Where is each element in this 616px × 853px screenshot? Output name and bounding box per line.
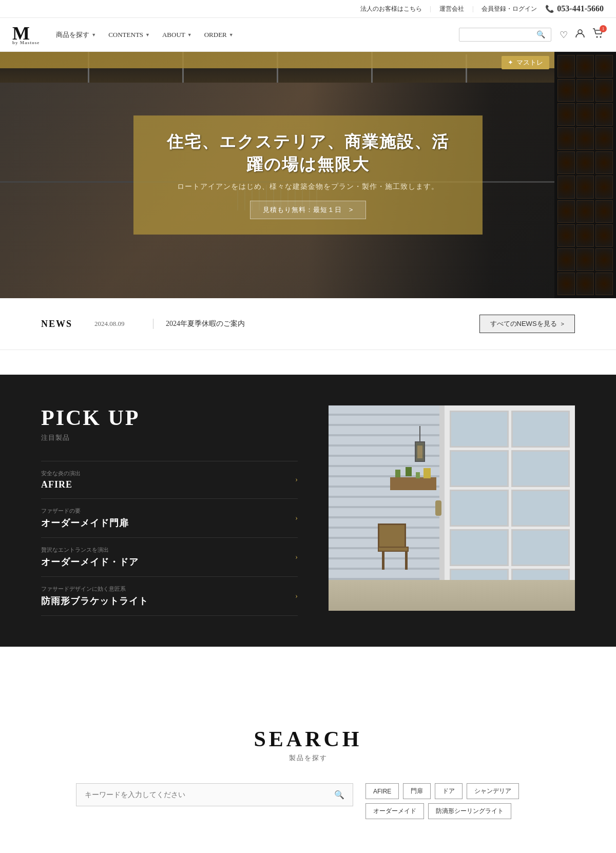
news-date: 2024.08.09 (94, 320, 141, 328)
header-search-input[interactable] (465, 31, 536, 38)
door-handle (435, 500, 441, 516)
door-pane (511, 411, 570, 448)
gate-cell (576, 127, 594, 150)
gate-cell (576, 151, 594, 174)
gate-cell (595, 55, 613, 77)
mastore-badge: ✦ マストレ (502, 56, 549, 69)
logo[interactable]: M by Mastose (12, 24, 40, 45)
chair-leg-1 (382, 552, 384, 570)
gate-cell (595, 79, 613, 102)
pickup-item-3[interactable]: ファサードデザインに効く意匠系 防雨形ブラケットライト › (41, 576, 298, 616)
tag-chandelier[interactable]: シャンデリア (467, 783, 519, 799)
pickup-left-panel: PICK UP 注目製品 安全な炎の演出 AFIRE › ファザードの要 オーダ… (41, 405, 298, 616)
pickup-item-1-category: ファザードの要 (41, 507, 129, 515)
flower-bloom (424, 468, 431, 478)
pickup-item-3-arrow: › (295, 592, 298, 600)
nav-item-products-label: 商品を探す (56, 30, 89, 40)
gate-cell (576, 200, 594, 223)
gate-cell (557, 200, 575, 223)
search-input-box[interactable]: 🔍 (76, 783, 353, 806)
tag-afire[interactable]: AFIRE (365, 783, 399, 799)
chair-seat (378, 547, 409, 552)
outdoor-chair (378, 524, 414, 570)
phone-icon: 📞 (545, 5, 554, 13)
pickup-item-2-name: オーダーメイド・ドア (41, 556, 139, 568)
top-bar: 法人のお客様はこちら | 運営会社 | 会員登録・ログイン 📞 053-441-… (0, 0, 616, 18)
pickup-section: PICK UP 注目製品 安全な炎の演出 AFIRE › ファザードの要 オーダ… (0, 375, 616, 647)
pickup-item-0[interactable]: 安全な炎の演出 AFIRE › (41, 461, 298, 498)
pavement (329, 580, 575, 611)
lantern (415, 426, 425, 462)
gate-cell (595, 273, 613, 295)
gate-cell (557, 55, 575, 77)
pickup-item-list: 安全な炎の演出 AFIRE › ファザードの要 オーダーメイド門扉 › 贅沢なエ… (41, 461, 298, 616)
hero-cta-button[interactable]: 見積もり無料：最短１日 > (250, 201, 367, 219)
gate-cell (576, 103, 594, 126)
header-search-icon[interactable]: 🔍 (536, 30, 545, 39)
wishlist-icon[interactable]: ♡ (560, 29, 568, 41)
hero-title: 住宅、エクステリア、商業施設、活躍の場は無限大 (159, 131, 457, 176)
news-section: NEWS 2024.08.09 2024年夏季休暇のご案内 すべてのNEWSを見… (0, 298, 616, 350)
pickup-item-3-info: ファサードデザインに効く意匠系 防雨形ブラケットライト (41, 585, 148, 607)
search-area: 🔍 AFIRE 門扉 ドア シャンデリア オーダーメイド 防滴形シーリングライト (41, 783, 575, 819)
header-search-box[interactable]: 🔍 (459, 28, 551, 42)
spacer-3 (0, 671, 616, 696)
gate-cell (557, 176, 575, 198)
nav-item-about[interactable]: ABOUT ▼ (162, 31, 192, 39)
gate-cell (595, 127, 613, 150)
tag-ceiling-light[interactable]: 防滴形シーリングライト (428, 803, 511, 819)
hero-section: ✦ マストレ (0, 52, 616, 298)
nav-item-order[interactable]: ORDER ▼ (204, 31, 234, 39)
user-icon[interactable] (575, 28, 585, 41)
pickup-item-2-arrow: › (295, 553, 298, 561)
nav-item-products[interactable]: 商品を探す ▼ (56, 30, 96, 40)
search-input[interactable] (85, 791, 334, 799)
plant-stem (395, 470, 400, 477)
gate-cell (595, 200, 613, 223)
tag-custom[interactable]: オーダーメイド (365, 803, 424, 819)
door-pane (511, 490, 570, 527)
pickup-item-0-arrow: › (295, 476, 298, 484)
company-link[interactable]: 運営会社 (439, 5, 464, 13)
gate-cell (595, 103, 613, 126)
tag-door[interactable]: ドア (435, 783, 463, 799)
nav-item-about-caret: ▼ (187, 32, 192, 37)
view-all-news-button[interactable]: すべてのNEWSを見る > (479, 315, 575, 333)
login-link[interactable]: 会員登録・ログイン (482, 5, 537, 13)
door-pane (450, 450, 509, 487)
search-tags: AFIRE 門扉 ドア シャンデリア オーダーメイド 防滴形シーリングライト (365, 783, 540, 819)
gate-cell (576, 79, 594, 102)
tag-gate[interactable]: 門扉 (403, 783, 431, 799)
cart-icon[interactable]: 1 (592, 28, 604, 41)
hero-gate (554, 52, 616, 298)
search-input-icon[interactable]: 🔍 (334, 790, 344, 800)
lantern-body (415, 441, 425, 462)
pickup-item-0-category: 安全な炎の演出 (41, 470, 81, 477)
gate-cell (595, 224, 613, 247)
mastore-text: マストレ (516, 58, 543, 67)
nav-item-contents[interactable]: CONTENTS ▼ (108, 31, 150, 39)
pickup-item-2[interactable]: 贅沢なエントランスを演出 オーダーメイド・ドア › (41, 537, 298, 576)
news-separator (153, 319, 153, 329)
gate-cell (595, 176, 613, 198)
corporate-link[interactable]: 法人のお客様はこちら (360, 5, 422, 13)
pickup-item-1[interactable]: ファザードの要 オーダーメイド門扉 › (41, 498, 298, 537)
pickup-subtitle: 注目製品 (41, 433, 298, 442)
chair-leg-2 (405, 552, 408, 570)
nav-item-about-label: ABOUT (162, 31, 185, 39)
news-btn-arrow: > (561, 321, 564, 327)
hero-top-banner (0, 52, 554, 68)
pickup-right-image (329, 405, 575, 611)
door-scene (329, 405, 575, 611)
hero-content-box: 住宅、エクステリア、商業施設、活躍の場は無限大 ロートアイアンをはじめ、様々な建… (133, 115, 483, 235)
main-navigation: M by Mastose 商品を探す ▼ CONTENTS ▼ ABOUT ▼ … (0, 18, 616, 52)
pickup-item-3-category: ファサードデザインに効く意匠系 (41, 585, 148, 593)
spacer-1 (0, 350, 616, 375)
nav-menu: 商品を探す ▼ CONTENTS ▼ ABOUT ▼ ORDER ▼ (56, 30, 459, 40)
nav-item-contents-caret: ▼ (145, 32, 150, 37)
nav-item-order-caret: ▼ (229, 32, 234, 37)
svg-point-2 (600, 36, 602, 38)
nav-item-contents-label: CONTENTS (108, 31, 143, 39)
pickup-item-0-info: 安全な炎の演出 AFIRE (41, 470, 81, 490)
separator-2: | (472, 5, 473, 13)
